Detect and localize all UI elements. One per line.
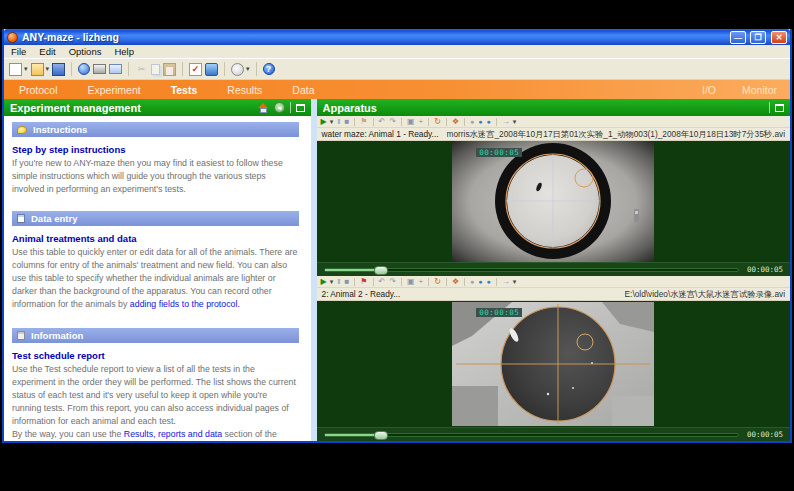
play-dropdown-icon[interactable]: ▾	[330, 118, 334, 126]
video2-seek-fill	[325, 434, 379, 436]
history-dropdown-icon[interactable]: ▾	[246, 65, 250, 73]
tab-io[interactable]: I/O	[689, 84, 729, 96]
play-icon[interactable]: ▶	[321, 117, 327, 126]
play-dropdown-icon[interactable]: ▾	[330, 278, 334, 286]
video1-slider-bar: 00:00:05	[317, 262, 790, 276]
toolbar-separator	[354, 278, 355, 286]
video1-seek-thumb[interactable]	[374, 266, 388, 275]
tab-tests[interactable]: Tests	[156, 84, 213, 96]
flag-icon[interactable]: ⚑	[360, 277, 367, 286]
open-dropdown-icon[interactable]: ▾	[46, 65, 50, 73]
tab-experiment[interactable]: Experiment	[73, 84, 156, 96]
print-icon[interactable]	[93, 64, 106, 74]
forward-icon[interactable]: →	[502, 277, 510, 286]
maximize-panel-icon[interactable]	[296, 104, 305, 112]
paste-icon[interactable]	[163, 63, 176, 76]
undo-icon[interactable]: ↶	[379, 117, 386, 126]
zoom-icon[interactable]: +	[419, 117, 424, 126]
record-icon[interactable]	[78, 63, 90, 75]
stop-icon[interactable]: ■	[345, 277, 350, 286]
video-panel-1: ▶ ▾ ‖ ■ ⚑ ↶ ↷ ▣ + ↻	[317, 116, 790, 276]
help-icon[interactable]: ?	[263, 63, 275, 75]
flag-icon[interactable]: ⚑	[360, 117, 367, 126]
close-button[interactable]: ✕	[771, 31, 787, 44]
section-instructions-label: Instructions	[33, 124, 87, 135]
toolbar-separator	[401, 118, 402, 126]
play-icon[interactable]: ▶	[321, 277, 327, 286]
minimize-button[interactable]: —	[730, 31, 746, 44]
pause-icon[interactable]: ‖	[337, 277, 340, 286]
title-bar[interactable]: ANY-maze - lizheng — ❐ ✕	[4, 29, 790, 45]
menu-options[interactable]: Options	[69, 46, 102, 57]
history-icon[interactable]	[231, 63, 244, 76]
toolbar-separator	[256, 62, 257, 76]
notepad-icon	[17, 214, 25, 223]
monitor-icon[interactable]	[205, 63, 218, 76]
toolbar-separator	[182, 62, 183, 76]
video2-status: 2: Animal 2 - Ready...	[322, 289, 401, 299]
video2-display[interactable]: 00:00:05	[317, 301, 790, 427]
back-icon[interactable]: ◂	[274, 102, 285, 113]
screen: ANY-maze - lizheng — ❐ ✕ File Edit Optio…	[0, 0, 794, 491]
video1-overlay-time: 00:00:05	[476, 148, 522, 157]
step-by-step-heading: Step by step instructions	[12, 144, 299, 155]
circle-blue2-icon[interactable]: ●	[487, 118, 491, 125]
adding-fields-link[interactable]: adding fields to the protocol.	[130, 299, 240, 309]
menu-edit[interactable]: Edit	[39, 46, 55, 57]
undo-icon[interactable]: ↶	[379, 277, 386, 286]
panel-title: Experiment management	[10, 102, 258, 114]
zoom-icon[interactable]: +	[419, 277, 424, 286]
tab-protocol[interactable]: Protocol	[4, 84, 73, 96]
circle-blue2-icon[interactable]: ●	[487, 278, 491, 285]
refresh-icon[interactable]: ↻	[434, 117, 441, 126]
video2-seek-slider[interactable]	[324, 433, 739, 437]
forward-dropdown-icon[interactable]: ▾	[513, 278, 517, 286]
redo-icon[interactable]: ↷	[389, 277, 396, 286]
cut-icon[interactable]: ✂	[135, 63, 148, 76]
fit-view-icon[interactable]: ▣	[407, 117, 415, 126]
redo-icon[interactable]: ↷	[389, 117, 396, 126]
new-document-icon[interactable]	[9, 63, 22, 76]
apparatus-title: Apparatus	[323, 102, 769, 114]
tab-results[interactable]: Results	[212, 84, 277, 96]
maximize-apparatus-icon[interactable]	[775, 104, 784, 112]
test-schedule-text2-pre: By the way, you can use the	[12, 429, 124, 439]
circle-blue-icon[interactable]: ●	[478, 278, 482, 285]
video1-toolbar: ▶ ▾ ‖ ■ ⚑ ↶ ↷ ▣ + ↻	[317, 116, 790, 128]
video1-display[interactable]: 00:00:05	[317, 141, 790, 262]
copy-icon[interactable]	[151, 64, 160, 75]
results-reports-data-link[interactable]: Results, reports and data	[124, 429, 222, 439]
save-icon[interactable]	[52, 63, 65, 76]
restore-button[interactable]: ❐	[750, 31, 766, 44]
menu-file[interactable]: File	[11, 46, 26, 57]
animal-treatments-text: Use this table to quickly enter or edit …	[12, 246, 299, 312]
brush-icon[interactable]: ❖	[452, 117, 459, 126]
toolbar-separator	[373, 118, 374, 126]
tab-data[interactable]: Data	[277, 84, 329, 96]
video1-seek-slider[interactable]	[324, 268, 739, 272]
fit-view-icon[interactable]: ▣	[407, 277, 415, 286]
stop-icon[interactable]: ■	[345, 117, 350, 126]
home-icon[interactable]	[258, 103, 269, 113]
circle-gray-icon[interactable]: ●	[470, 118, 474, 125]
circle-gray-icon[interactable]: ●	[470, 278, 474, 285]
toolbar-separator	[71, 62, 72, 76]
video2-seek-thumb[interactable]	[374, 431, 388, 440]
checklist-icon[interactable]: ✓	[189, 63, 202, 76]
new-dropdown-icon[interactable]: ▾	[24, 65, 28, 73]
send-icon[interactable]	[109, 64, 122, 74]
page-tab-bar: Protocol Experiment Tests Results Data I…	[4, 80, 790, 99]
toolbar-separator	[428, 278, 429, 286]
toolbar-separator	[224, 62, 225, 76]
refresh-icon[interactable]: ↻	[434, 277, 441, 286]
menu-help[interactable]: Help	[114, 46, 134, 57]
tab-monitor[interactable]: Monitor	[729, 84, 790, 96]
open-folder-icon[interactable]	[31, 63, 44, 76]
toolbar-separator	[464, 278, 465, 286]
brush-icon[interactable]: ❖	[452, 277, 459, 286]
circle-blue-icon[interactable]: ●	[478, 118, 482, 125]
video1-info-bar: water maze: Animal 1 - Ready... morris水迷…	[317, 128, 790, 141]
pause-icon[interactable]: ‖	[337, 117, 340, 126]
forward-icon[interactable]: →	[502, 117, 510, 126]
forward-dropdown-icon[interactable]: ▾	[513, 118, 517, 126]
